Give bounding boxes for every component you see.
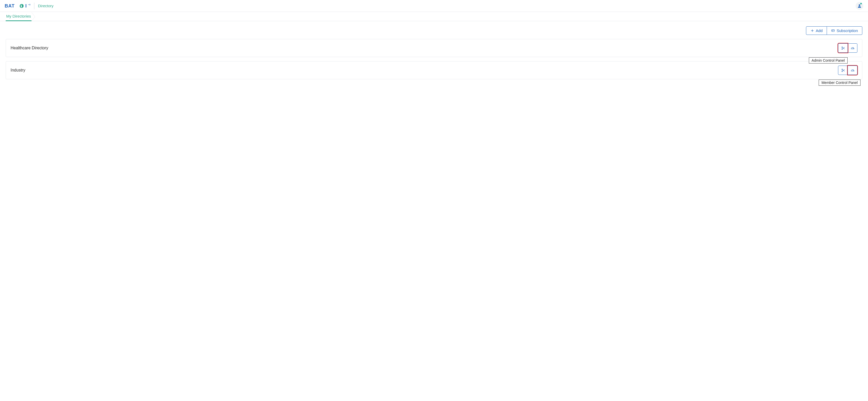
- batoi-logo-icon: BAT I ®: [5, 3, 30, 9]
- svg-text:®: ®: [29, 4, 30, 6]
- admin-panel-button[interactable]: [838, 66, 848, 75]
- header-right-group: [856, 2, 863, 10]
- subscription-button[interactable]: Subscription: [827, 26, 862, 35]
- user-avatar[interactable]: [856, 2, 863, 10]
- presence-dot-icon: [860, 3, 862, 4]
- svg-rect-5: [832, 30, 834, 32]
- app-header: BAT I ® Directory: [0, 0, 868, 12]
- gauge-icon: [850, 46, 855, 51]
- svg-point-4: [859, 4, 860, 6]
- tooltip-member-panel: Member Control Panel: [819, 79, 861, 86]
- directory-card: Healthcare Directory Admin Control Panel: [6, 39, 862, 57]
- app-title[interactable]: Directory: [38, 4, 54, 8]
- scissors-icon: [841, 46, 845, 51]
- main-content: Add Subscription Healthcare Directory: [0, 21, 868, 89]
- svg-line-10: [842, 47, 844, 49]
- breadcrumb: My Directories: [0, 12, 868, 21]
- plus-icon: [810, 29, 814, 33]
- add-button[interactable]: Add: [806, 26, 827, 35]
- directory-title: Industry: [10, 68, 25, 72]
- chevron-right-icon: [32, 12, 37, 21]
- svg-line-16: [842, 69, 844, 71]
- svg-line-17: [842, 69, 844, 71]
- directory-actions: [838, 66, 858, 75]
- tooltip-admin-panel: Admin Control Panel: [809, 57, 847, 64]
- svg-text:I: I: [25, 3, 27, 8]
- member-panel-button[interactable]: [847, 66, 858, 75]
- svg-point-2: [28, 4, 29, 5]
- directory-actions: [838, 43, 858, 53]
- page-actions: Add Subscription: [6, 26, 862, 35]
- card-icon: [831, 29, 835, 33]
- breadcrumb-my-directories[interactable]: My Directories: [6, 12, 32, 21]
- brand-logo[interactable]: BAT I ®: [5, 3, 30, 9]
- directory-card: Industry Member Control Panel: [6, 61, 862, 79]
- subscription-button-label: Subscription: [836, 28, 858, 33]
- scissors-icon: [841, 68, 845, 72]
- svg-line-11: [842, 47, 844, 48]
- header-left-group: BAT I ® Directory: [5, 3, 54, 9]
- gauge-icon: [850, 68, 855, 72]
- member-panel-button[interactable]: [847, 43, 858, 53]
- admin-panel-button[interactable]: [838, 43, 848, 53]
- svg-text:BAT: BAT: [5, 3, 15, 8]
- breadcrumb-label: My Directories: [6, 14, 31, 18]
- header-divider: [34, 3, 34, 9]
- add-button-label: Add: [816, 28, 823, 33]
- directory-title: Healthcare Directory: [10, 46, 48, 51]
- action-button-group: Add Subscription: [806, 26, 862, 35]
